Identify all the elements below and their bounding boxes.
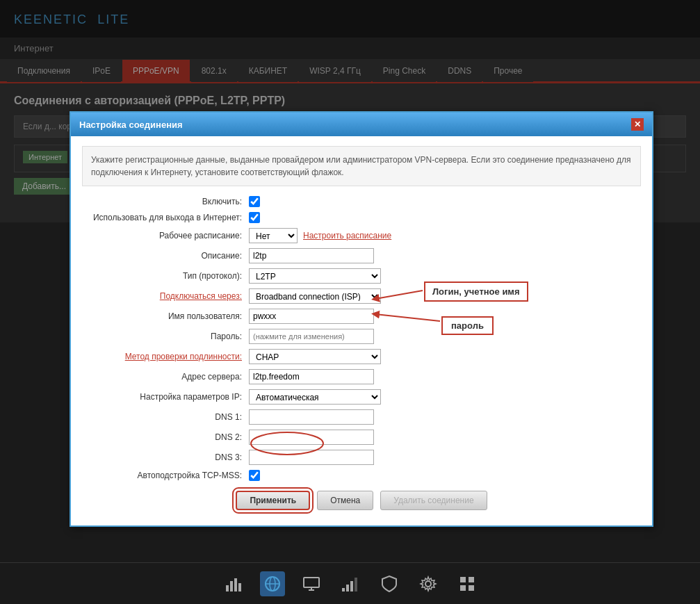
description-row: Описание:	[82, 248, 641, 263]
dns3-row: DNS 3:	[82, 450, 641, 465]
svg-rect-15	[350, 581, 353, 591]
dialog-title: Настройка соединения	[79, 120, 183, 130]
schedule-link[interactable]: Настроить расписание	[303, 231, 391, 240]
enable-row: Включить:	[82, 196, 641, 207]
auth-method-row: Метод проверки подлинности: CHAP PAP AUT…	[82, 349, 641, 364]
dns3-input[interactable]	[249, 450, 374, 465]
svg-rect-4	[230, 581, 233, 591]
callout-password: пароль	[441, 316, 494, 335]
svg-rect-19	[469, 577, 474, 582]
auth-method-select[interactable]: CHAP PAP AUTO	[249, 349, 381, 364]
schedule-label: Рабочее расписание:	[82, 231, 249, 240]
password-row: Пароль:	[82, 329, 641, 344]
server-label: Адрес сервера:	[82, 372, 249, 382]
use-internet-label: Использовать для выхода в Интернет:	[82, 213, 249, 222]
schedule-row: Рабочее расписание: Нет Настроить распис…	[82, 228, 641, 243]
dns3-label: DNS 3:	[82, 452, 249, 462]
dns2-row: DNS 2:	[82, 430, 641, 445]
server-input[interactable]	[249, 369, 374, 384]
connect-via-select[interactable]: Broadband connection (ISP)	[249, 288, 381, 304]
dns2-input[interactable]	[249, 430, 374, 445]
type-row: Тип (протокол): L2TP PPPoE PPTP	[82, 268, 641, 284]
svg-rect-14	[346, 585, 349, 591]
dialog-header: Настройка соединения ✕	[71, 113, 652, 136]
globe-icon[interactable]	[260, 571, 285, 596]
grid-icon[interactable]	[455, 571, 480, 596]
password-label: Пароль:	[82, 332, 249, 341]
callout-login: Логин, учетное имя	[424, 281, 528, 302]
signal-icon[interactable]	[338, 571, 363, 596]
password-input[interactable]	[249, 329, 374, 344]
taskbar	[0, 562, 700, 604]
connect-via-label: Подключаться через:	[82, 291, 249, 301]
enable-label: Включить:	[82, 197, 249, 206]
svg-rect-3	[226, 585, 229, 591]
description-input[interactable]	[249, 248, 374, 263]
svg-rect-18	[460, 577, 466, 582]
tcp-mss-row: Автоподстройка TCP-MSS:	[82, 470, 641, 481]
ip-settings-row: Настройка параметров IP: Автоматическая …	[82, 389, 641, 405]
dialog-body: Укажите регистрационные данные, выданные…	[71, 136, 652, 525]
username-input[interactable]	[249, 309, 374, 324]
svg-point-17	[425, 581, 431, 587]
description-label: Описание:	[82, 251, 249, 261]
ip-settings-label: Настройка параметров IP:	[82, 392, 249, 402]
apply-button[interactable]: Применить	[236, 491, 310, 510]
svg-rect-13	[342, 588, 345, 591]
svg-rect-10	[304, 578, 319, 587]
tcp-mss-label: Автоподстройка TCP-MSS:	[82, 471, 249, 480]
chart-icon[interactable]	[221, 571, 246, 596]
dialog-close-button[interactable]: ✕	[631, 118, 644, 131]
dns2-label: DNS 2:	[82, 432, 249, 442]
shield-icon[interactable]	[377, 571, 402, 596]
server-row: Адрес сервера:	[82, 369, 641, 384]
ip-settings-select[interactable]: Автоматическая Вручную	[249, 389, 381, 405]
schedule-select[interactable]: Нет	[249, 228, 298, 243]
username-label: Имя пользователя:	[82, 311, 249, 321]
type-select[interactable]: L2TP PPPoE PPTP	[249, 268, 381, 284]
delete-button[interactable]: Удалить соединение	[380, 491, 487, 510]
gear-icon[interactable]	[416, 571, 441, 596]
button-row: Применить Отмена Удалить соединение	[82, 491, 641, 516]
svg-rect-21	[469, 585, 474, 591]
enable-checkbox[interactable]	[249, 196, 260, 207]
type-label: Тип (протокол):	[82, 271, 249, 281]
svg-rect-6	[238, 583, 241, 591]
auth-method-label: Метод проверки подлинности:	[82, 352, 249, 361]
username-row: Имя пользователя:	[82, 309, 641, 324]
svg-rect-20	[460, 585, 466, 591]
dns1-input[interactable]	[249, 409, 374, 425]
svg-rect-5	[234, 578, 237, 591]
tcp-mss-checkbox[interactable]	[249, 470, 260, 481]
dns1-label: DNS 1:	[82, 412, 249, 422]
connect-via-row: Подключаться через: Broadband connection…	[82, 288, 641, 304]
svg-rect-16	[355, 578, 357, 591]
use-internet-checkbox[interactable]	[249, 212, 260, 223]
use-internet-row: Использовать для выхода в Интернет:	[82, 212, 641, 223]
info-box: Укажите регистрационные данные, выданные…	[82, 146, 641, 186]
dns1-row: DNS 1:	[82, 409, 641, 425]
monitor-icon[interactable]	[299, 571, 324, 596]
cancel-button[interactable]: Отмена	[317, 491, 373, 510]
dialog: Настройка соединения ✕ Укажите регистрац…	[70, 111, 653, 527]
